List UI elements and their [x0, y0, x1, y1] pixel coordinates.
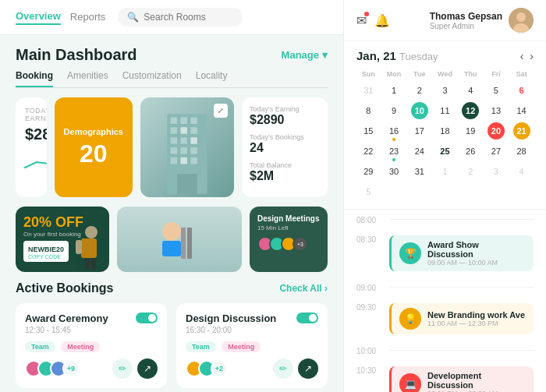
promo-copy[interactable]: COPY CODE — [28, 254, 64, 260]
event-award-show[interactable]: 🏆 Award Show Discussion 09:00 AM — 10:00… — [389, 235, 534, 271]
cal-day-24[interactable]: 24 — [411, 143, 428, 160]
svg-rect-24 — [187, 228, 192, 259]
cal-day-1[interactable]: 1 — [385, 82, 402, 99]
stat-bookings-row: Today's Bookings 24 — [250, 133, 320, 155]
timeslot-930-content: 💡 New Branding work Ave 11:00 AM — 12:30… — [389, 302, 534, 336]
search-input[interactable] — [144, 12, 233, 23]
cal-day-21[interactable]: 21 — [513, 122, 530, 139]
demographics-label: Demographics — [64, 127, 123, 136]
chevron-down-icon: ▾ — [322, 49, 328, 61]
booking-actions-1: ✏ ↗ — [273, 358, 318, 379]
booking-avatars-0: +9 — [25, 360, 80, 377]
cal-header-thu: Thu — [459, 69, 483, 79]
cal-day-25[interactable]: 25 — [436, 143, 453, 160]
booking-toggle-1[interactable] — [296, 313, 318, 323]
edit-button-0[interactable]: ✏ — [112, 358, 133, 379]
svg-rect-3 — [190, 117, 197, 124]
manage-button[interactable]: Manage ▾ — [282, 49, 328, 61]
stat-earning-row: Today's Earning $2890 — [250, 105, 320, 127]
cal-day-5[interactable]: 5 — [488, 82, 505, 99]
time-line-800 — [389, 219, 534, 220]
second-cards-row: 20% OFF On your first booking NEWBIE20 C… — [16, 207, 328, 272]
bell-icon[interactable]: 🔔 — [374, 13, 390, 28]
building-card: ⤢ — [140, 97, 234, 197]
cal-day-19[interactable]: 19 — [462, 122, 479, 139]
cal-day-1b[interactable]: 1 — [436, 163, 453, 180]
promo-code-box[interactable]: NEWBIE20 COPY CODE — [23, 241, 69, 262]
cal-day-13[interactable]: 13 — [488, 102, 505, 119]
nav-overview[interactable]: Overview — [16, 10, 61, 25]
cal-day-5b[interactable]: 5 — [360, 183, 377, 200]
cal-day-20[interactable]: 20 — [488, 122, 505, 139]
cal-day-30[interactable]: 30 — [385, 163, 402, 180]
stat-earning-value: $2890 — [250, 113, 320, 127]
cal-day-8[interactable]: 8 — [360, 102, 377, 119]
active-bookings-header: Active Bookings Check All › — [16, 281, 328, 295]
avatar-more: +3 — [292, 236, 308, 252]
cal-day-26[interactable]: 26 — [462, 143, 479, 160]
expand-icon[interactable]: ⤢ — [214, 104, 228, 118]
earning-label: Today's Earning — [25, 107, 37, 122]
cal-day-23[interactable]: 23 — [385, 143, 402, 160]
right-panel-header: ✉ 🔔 Thomas Gepsan Super Admin — [344, 0, 546, 41]
cal-day-27[interactable]: 27 — [488, 143, 505, 160]
share-button-1[interactable]: ↗ — [298, 358, 318, 379]
cal-day-15[interactable]: 15 — [360, 122, 377, 139]
mail-badge — [364, 12, 369, 16]
cal-day-10[interactable]: 10 — [411, 102, 428, 119]
booking-avatars-1: +2 — [186, 360, 228, 377]
cal-day-28[interactable]: 28 — [513, 143, 530, 160]
tab-customization[interactable]: Customization — [122, 70, 182, 87]
timeslot-1030: 10:30 💻 Development Discussion 12:00 PM … — [356, 360, 534, 392]
event-dev[interactable]: 💻 Development Discussion 12:00 PM — 03:3… — [389, 366, 534, 392]
cal-day-17[interactable]: 17 — [411, 122, 428, 139]
cal-day-18[interactable]: 18 — [436, 122, 453, 139]
mail-icon[interactable]: ✉ — [356, 13, 367, 28]
nav-reports[interactable]: Reports — [70, 11, 106, 24]
event-time-award: 09:00 AM — 10:00 AM — [427, 259, 526, 267]
cal-day-2b[interactable]: 2 — [462, 163, 479, 180]
share-button-0[interactable]: ↗ — [137, 358, 158, 379]
booking-avatar-more-1: +2 — [211, 360, 228, 377]
search-icon: 🔍 — [127, 12, 139, 23]
cal-day-31b[interactable]: 31 — [411, 163, 428, 180]
svg-point-17 — [85, 226, 98, 238]
tab-locality[interactable]: Locality — [196, 70, 228, 87]
cal-day-12[interactable]: 12 — [462, 102, 479, 119]
right-header-icons: ✉ 🔔 — [356, 13, 390, 28]
meetings-title: Design Meetings — [257, 214, 320, 223]
cal-day-3b[interactable]: 3 — [488, 163, 505, 180]
calendar-prev[interactable]: ‹ — [520, 50, 524, 62]
cal-day-2[interactable]: 2 — [411, 82, 428, 99]
cal-day-11[interactable]: 11 — [436, 102, 453, 119]
search-box[interactable]: 🔍 — [118, 8, 243, 26]
cal-day-31a[interactable]: 31 — [360, 82, 377, 99]
cal-day-29[interactable]: 29 — [360, 163, 377, 180]
cal-day-16[interactable]: 16 — [385, 122, 402, 139]
edit-button-1[interactable]: ✏ — [273, 358, 293, 379]
tag-team-1: Team — [186, 341, 216, 352]
booking-time-0: 12:30 - 15:45 — [25, 326, 108, 334]
booking-toggle-0[interactable] — [136, 313, 158, 323]
tab-booking[interactable]: Booking — [16, 70, 53, 87]
svg-rect-4 — [171, 127, 178, 134]
tag-meeting-1: Meeting — [222, 341, 261, 352]
cal-day-9[interactable]: 9 — [385, 102, 402, 119]
cal-day-4[interactable]: 4 — [462, 82, 479, 99]
cal-day-3[interactable]: 3 — [436, 82, 453, 99]
time-label-1030: 10:30 — [356, 365, 381, 375]
cal-day-6[interactable]: 6 — [513, 82, 530, 99]
svg-rect-21 — [91, 258, 96, 270]
tag-meeting-0: Meeting — [61, 341, 100, 352]
tab-amenities[interactable]: Amenities — [67, 70, 108, 87]
booking-avatar-more-0: +9 — [62, 360, 80, 377]
check-all-link[interactable]: Check All › — [279, 283, 328, 294]
calendar-next[interactable]: › — [530, 50, 534, 62]
svg-point-27 — [516, 12, 526, 22]
cal-day-22[interactable]: 22 — [360, 143, 377, 160]
event-branding[interactable]: 💡 New Branding work Ave 11:00 AM — 12:30… — [389, 303, 534, 334]
middle-card-bottom — [117, 207, 242, 272]
svg-rect-18 — [81, 238, 97, 258]
cal-day-14[interactable]: 14 — [513, 102, 530, 119]
cal-day-4b[interactable]: 4 — [513, 163, 530, 180]
